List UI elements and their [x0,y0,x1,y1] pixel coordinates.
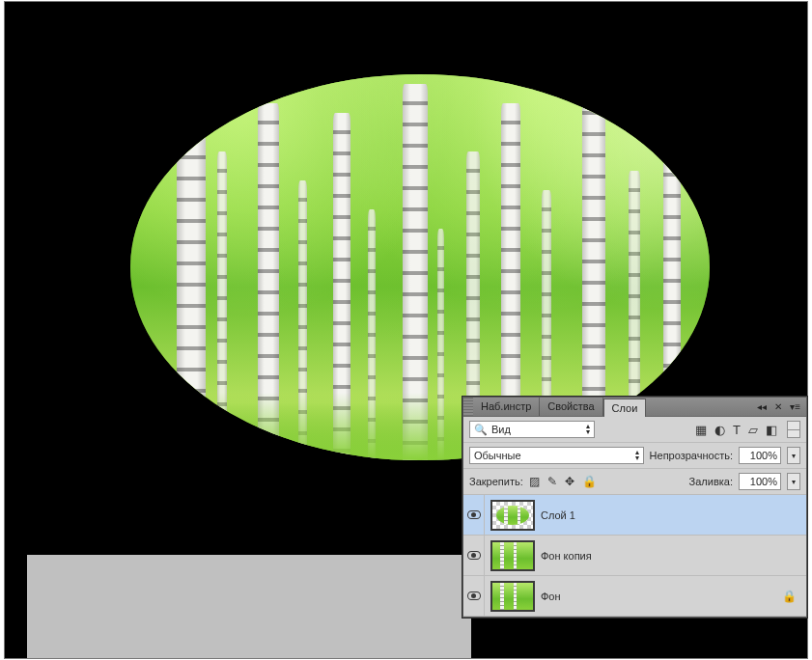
visibility-toggle[interactable] [463,495,485,535]
filter-adjust-icon[interactable]: ◐ [714,423,725,437]
opacity-slider-button[interactable]: ▾ [787,447,800,464]
layer-name[interactable]: Фон [541,591,782,602]
blend-row: Обычные ▴▾ Непрозрачность: 100% ▾ [463,443,806,469]
fill-label: Заливка: [689,476,733,487]
blend-mode-select[interactable]: Обычные ▴▾ [469,447,644,464]
layer-row[interactable]: Фон копия [463,536,806,576]
layers-panel: Наб.инстр Свойства Слои ◂◂ ✕ ▾≡ 🔍 Вид ▴▾… [462,397,807,618]
canvas-pasteboard [27,555,471,658]
collapse-icon[interactable]: ◂◂ [755,400,769,413]
layer-name[interactable]: Слой 1 [541,509,806,521]
layer-row[interactable]: Фон🔒 [463,576,806,617]
layer-filter-select[interactable]: 🔍 Вид ▴▾ [469,421,595,438]
layer-thumbnail[interactable] [490,500,535,531]
eye-icon [467,551,481,560]
layers-list: Слой 1Фон копияФон🔒 [463,495,806,617]
eye-icon [467,591,481,600]
fill-slider-button[interactable]: ▾ [787,473,800,490]
lock-pixels-icon[interactable]: ✎ [547,475,557,488]
filter-type-icon[interactable]: T [733,423,741,437]
layer-row[interactable]: Слой 1 [463,495,806,536]
blend-mode-value: Обычные [474,450,521,461]
lock-transparency-icon[interactable]: ▨ [529,475,540,488]
filter-shape-icon[interactable]: ▱ [748,423,758,437]
filter-row: 🔍 Вид ▴▾ ▦ ◐ T ▱ ◧ [463,417,806,443]
lock-row: Закрепить: ▨ ✎ ✥ 🔒 Заливка: 100% ▾ [463,469,806,495]
panel-drag-handle[interactable] [463,398,473,416]
tab-layers[interactable]: Слои [603,399,647,417]
tab-properties[interactable]: Свойства [540,398,602,416]
layer-thumbnail[interactable] [490,581,535,612]
layer-name[interactable]: Фон копия [541,550,806,562]
visibility-toggle[interactable] [463,576,485,616]
filter-toggle[interactable] [787,421,800,438]
filter-smart-icon[interactable]: ◧ [766,423,777,437]
dropdown-arrows-icon: ▴▾ [586,424,590,435]
dropdown-arrows-icon: ▴▾ [635,450,639,461]
close-icon[interactable]: ✕ [772,400,784,413]
lock-label: Закрепить: [469,476,523,487]
visibility-toggle[interactable] [463,536,485,575]
tab-presets[interactable]: Наб.инстр [473,398,540,416]
lock-all-icon[interactable]: 🔒 [582,475,597,488]
search-icon: 🔍 [474,424,488,436]
opacity-input[interactable]: 100% [739,447,781,464]
fill-input[interactable]: 100% [739,473,781,490]
panel-menu-icon[interactable]: ▾≡ [788,400,802,413]
lock-icon: 🔒 [782,590,806,603]
lock-position-icon[interactable]: ✥ [565,475,574,488]
filter-pixel-icon[interactable]: ▦ [695,423,707,437]
layer-thumbnail[interactable] [490,540,535,571]
eye-icon [467,510,481,519]
filter-kind-label: Вид [491,424,511,435]
opacity-label: Непрозрачность: [650,450,733,461]
panel-header[interactable]: Наб.инстр Свойства Слои ◂◂ ✕ ▾≡ [463,398,806,417]
